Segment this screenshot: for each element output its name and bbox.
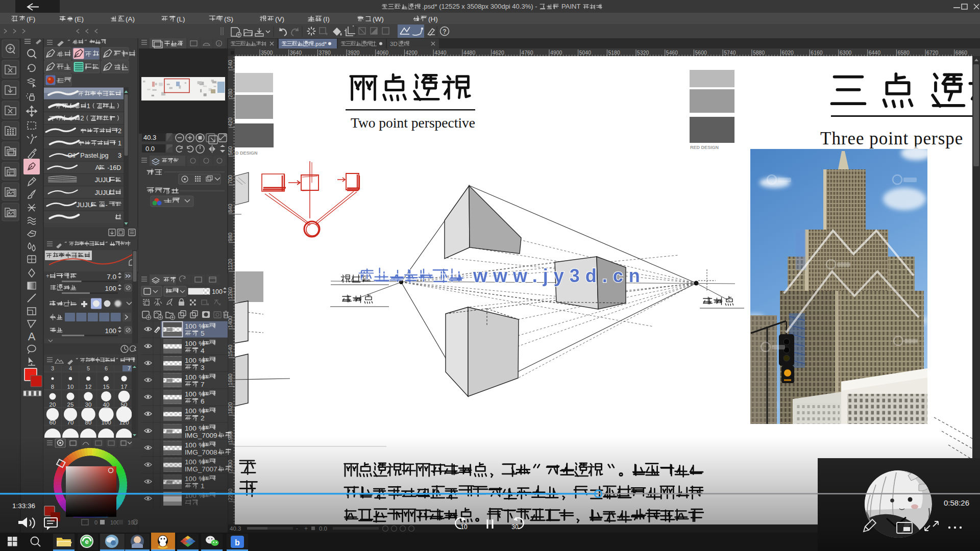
svg-text:100: 100 — [105, 327, 116, 335]
svg-text:Oil: Oil — [67, 152, 75, 159]
svg-text:1120: 1120 — [227, 259, 233, 270]
svg-text:1400: 1400 — [227, 316, 233, 328]
svg-text:560: 560 — [227, 146, 233, 156]
svg-text:JUJU: JUJU — [95, 189, 111, 196]
svg-text:40.3: 40.3 — [143, 134, 156, 141]
svg-text:5320: 5320 — [637, 49, 649, 56]
svg-text:+: + — [46, 272, 50, 280]
svg-text:1540: 1540 — [227, 344, 233, 357]
svg-text:1260: 1260 — [227, 287, 233, 299]
svg-text:2: 2 — [118, 128, 121, 135]
svg-text:70: 70 — [67, 419, 74, 425]
svg-text:80: 80 — [85, 419, 92, 425]
svg-text:Three point perspe: Three point perspe — [820, 129, 963, 148]
svg-text:JUJU: JUJU — [95, 177, 111, 184]
svg-text:12: 12 — [85, 384, 92, 390]
svg-text:(W): (W) — [373, 15, 384, 23]
svg-text:3: 3 — [51, 365, 54, 371]
svg-text:6580: 6580 — [897, 49, 910, 56]
svg-text:(A): (A) — [126, 15, 135, 23]
svg-text:-16D: -16D — [107, 164, 121, 171]
svg-text:2: 2 — [81, 115, 84, 122]
svg-text:5880: 5880 — [753, 49, 765, 56]
svg-text:60: 60 — [50, 419, 56, 425]
svg-text:100: 100 — [185, 407, 197, 415]
svg-text:1680: 1680 — [227, 373, 233, 386]
svg-text:30: 30 — [511, 523, 519, 531]
svg-text:1:33:36: 1:33:36 — [12, 502, 35, 510]
svg-text:JUJU: JUJU — [77, 202, 92, 209]
svg-text:980: 980 — [227, 233, 233, 242]
svg-text:120: 120 — [119, 419, 129, 425]
svg-text:420: 420 — [227, 117, 233, 127]
svg-text:7: 7 — [128, 365, 131, 371]
svg-text:3920: 3920 — [348, 49, 360, 56]
svg-text:(L): (L) — [177, 15, 185, 23]
svg-text:0:58:26: 0:58:26 — [944, 498, 969, 507]
svg-text:7: 7 — [201, 381, 205, 388]
svg-text:.psd*: .psd* — [314, 41, 327, 47]
svg-text:10: 10 — [67, 384, 74, 390]
svg-text:5: 5 — [87, 365, 90, 371]
svg-text:100: 100 — [185, 424, 197, 432]
svg-text:100: 100 — [185, 357, 197, 364]
svg-text:5180: 5180 — [608, 49, 620, 56]
svg-text:4: 4 — [69, 365, 72, 371]
svg-text:1: 1 — [118, 140, 121, 147]
svg-text:3780: 3780 — [318, 49, 331, 56]
svg-text:4: 4 — [201, 347, 205, 355]
svg-text:3500: 3500 — [261, 49, 273, 56]
svg-text:15: 15 — [103, 384, 110, 390]
svg-text:4620: 4620 — [493, 49, 505, 56]
svg-text:8: 8 — [51, 384, 54, 390]
svg-text:7.0: 7.0 — [107, 273, 116, 281]
svg-text:6020: 6020 — [782, 49, 794, 56]
svg-text:Two point perspective: Two point perspective — [351, 115, 475, 131]
svg-text:3: 3 — [118, 152, 121, 159]
svg-text:100: 100 — [101, 419, 111, 425]
svg-text:6300: 6300 — [840, 49, 852, 56]
svg-text:(V): (V) — [275, 15, 284, 23]
svg-text:D DESIGN: D DESIGN — [235, 151, 258, 156]
svg-text:0.0: 0.0 — [145, 145, 155, 153]
svg-text:.psd* (12525 x 3508px 300dpi 4: .psd* (12525 x 3508px 300dpi 40.3%) - — [422, 3, 537, 10]
svg-text:4060: 4060 — [377, 49, 389, 56]
svg-text:1: 1 — [87, 103, 90, 110]
svg-text:840: 840 — [227, 204, 233, 213]
svg-text:3: 3 — [201, 364, 205, 371]
svg-text:100: 100 — [185, 390, 197, 398]
svg-text:-: - — [106, 202, 108, 209]
svg-text:140: 140 — [227, 60, 233, 69]
svg-text:6860: 6860 — [955, 49, 968, 56]
svg-text:20: 20 — [50, 402, 56, 408]
svg-text:100: 100 — [185, 373, 197, 381]
svg-text:6440: 6440 — [869, 49, 881, 56]
svg-text:100: 100 — [212, 288, 223, 295]
svg-text:3640: 3640 — [290, 49, 302, 56]
svg-text:(S): (S) — [224, 15, 233, 23]
svg-text:www.jy3d.cn: www.jy3d.cn — [473, 265, 646, 286]
svg-text:25: 25 — [67, 402, 74, 408]
svg-text:b: b — [235, 538, 240, 547]
svg-text:(H): (H) — [428, 15, 438, 23]
svg-text:4480: 4480 — [463, 49, 476, 56]
svg-text:17: 17 — [121, 384, 128, 390]
svg-text:(I): (I) — [323, 15, 330, 23]
svg-text:(E): (E) — [75, 15, 84, 23]
svg-text:e: e — [85, 538, 88, 545]
svg-text:i: i — [218, 41, 219, 46]
svg-text:A: A — [28, 330, 36, 343]
svg-text:6720: 6720 — [926, 49, 939, 56]
svg-text:3D: 3D — [390, 41, 398, 47]
svg-text:6: 6 — [105, 365, 108, 371]
svg-text:6: 6 — [201, 397, 205, 405]
svg-text:?: ? — [443, 28, 446, 35]
svg-text:280: 280 — [227, 89, 233, 98]
svg-text:5600: 5600 — [695, 49, 707, 56]
svg-text:700: 700 — [227, 175, 233, 184]
svg-text:5: 5 — [201, 330, 205, 337]
svg-text:40: 40 — [103, 402, 110, 408]
svg-text:PAINT: PAINT — [561, 3, 580, 10]
svg-text:5040: 5040 — [579, 49, 592, 56]
svg-text:(F): (F) — [27, 15, 35, 23]
